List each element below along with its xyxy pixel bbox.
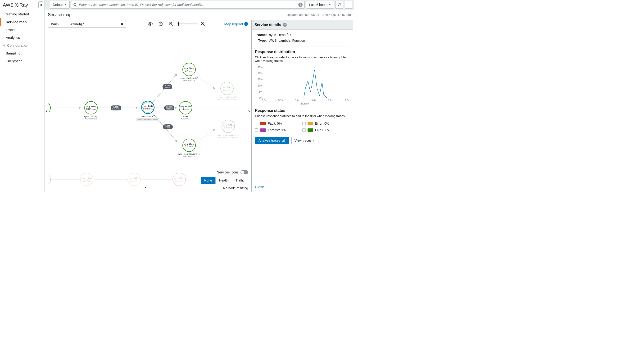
- sidebar-item-encryption[interactable]: Encryption: [0, 57, 44, 65]
- services-icons-label: Services Icons: [217, 170, 238, 174]
- edge-label: Ok 100%1 t/min: [162, 84, 172, 89]
- zoom-in-button[interactable]: [200, 21, 206, 27]
- details-header: Service details ?: [252, 20, 353, 30]
- svg-rect-44: [284, 139, 285, 142]
- service-node-faded[interactable]: avg. 290ms 0.7 t/min: [172, 173, 186, 186]
- zoom-in-icon: [200, 22, 205, 26]
- sidebar-item-getting-started[interactable]: Getting started: [0, 10, 44, 18]
- map-legend-link[interactable]: Map legend i: [224, 22, 248, 26]
- service-node-faded[interactable]: avg. 5.4s 1.0 t/min sync- checklist-fq7 …: [210, 82, 244, 100]
- svg-point-0: [74, 3, 76, 6]
- search-input-wrap[interactable]: ?: [71, 1, 305, 8]
- response-distribution-chart[interactable]: 0% 5% 10% 15% 20% 25% 5.0s 5.2s 5.4s 5.: [255, 65, 350, 105]
- view-traces-button[interactable]: View traces ›: [292, 137, 317, 144]
- filter-row: ✕: [44, 20, 252, 30]
- search-input[interactable]: [79, 3, 296, 7]
- service-node[interactable]: avg. 45ms 0.02 t/min sync- cron-fq7 AWS:…: [78, 101, 104, 120]
- service-node[interactable]: avg. 40ms 0.3 t/min sync- reconciliation…: [170, 138, 208, 157]
- color-swatch: [308, 128, 313, 132]
- checkbox[interactable]: [302, 128, 306, 132]
- svg-rect-42: [282, 141, 283, 142]
- svg-rect-43: [284, 140, 284, 142]
- svg-text:20%: 20%: [258, 72, 262, 75]
- sidebar-group-configuration[interactable]: − Configuration: [0, 42, 44, 49]
- service-node-faded[interactable]: avg. 995ms 0.7 t/min: [128, 173, 141, 186]
- service-node[interactable]: avg. 50ms 0.4 t/min sync- checklist-fq7 …: [172, 63, 206, 82]
- checkbox[interactable]: [255, 128, 258, 132]
- svg-text:15%: 15%: [258, 78, 262, 81]
- refresh-button[interactable]: [335, 1, 343, 8]
- zoom-slider[interactable]: [168, 21, 206, 27]
- zoom-out-icon: [169, 22, 174, 26]
- service-node[interactable]: avg. 117ms 4 t/min SSM AWS::SSM: [177, 101, 194, 120]
- search-icon: [73, 3, 77, 7]
- sidebar-item-traces[interactable]: Traces: [0, 26, 44, 34]
- center-button[interactable]: [158, 21, 164, 27]
- service-details-panel: Service details ? Name: sync- -cron-fq7 …: [252, 20, 353, 192]
- updated-timestamp: Updated on 2020-06-04 18:29:51 (UTC -07:…: [287, 13, 351, 16]
- timerange-dropdown[interactable]: Last 6 hours: [306, 1, 334, 8]
- edge-label: Ok 100%0.06 t/min: [111, 106, 121, 110]
- edge-label: Ok 100%0.06 t/min: [164, 106, 174, 110]
- status-throttle[interactable]: Throttle: 0%: [255, 128, 302, 132]
- topbar: Default ? Last 6 hours: [44, 0, 354, 10]
- chart-icon: [282, 139, 286, 142]
- sidebar: AWS X-Ray Getting started Service map Tr…: [0, 0, 44, 192]
- page-title: Service map: [48, 12, 72, 17]
- no-resize-label: No node resizing: [223, 186, 248, 190]
- response-status-title: Response status: [255, 108, 350, 113]
- status-ok[interactable]: OK: 100%: [302, 128, 350, 132]
- node-arc: [44, 173, 51, 186]
- clear-filter-button[interactable]: ✕: [120, 22, 124, 26]
- app-title: AWS X-Ray: [0, 2, 44, 10]
- chevron-right-icon: ›: [313, 138, 314, 142]
- svg-point-2: [150, 23, 151, 25]
- service-node-faded[interactable]: avg. 1.33s 0.7 t/min: [80, 173, 93, 186]
- zoom-out-button[interactable]: [168, 21, 174, 27]
- seg-none[interactable]: None: [201, 177, 216, 184]
- services-icons-toggle[interactable]: [240, 170, 248, 174]
- seg-health[interactable]: Health: [216, 177, 232, 184]
- service-node-selected[interactable]: avg. 5.65s 0.06 t/min sync- cron-fq7 AWS…: [134, 101, 161, 121]
- svg-text:5.4s: 5.4s: [295, 99, 300, 102]
- svg-text:25%: 25%: [258, 66, 262, 69]
- service-node-faded[interactable]: avg. 5.81s 0.9 t/min sync- reconciliatio…: [210, 120, 246, 138]
- svg-text:5.2s: 5.2s: [278, 99, 283, 102]
- analyze-traces-button[interactable]: Analyze traces: [255, 137, 289, 144]
- help-icon[interactable]: ?: [283, 23, 287, 27]
- edge-label: Ok 100%1 t/min: [163, 124, 173, 130]
- name-value: sync- -cron-fq7: [267, 33, 350, 37]
- svg-text:6.0s: 6.0s: [345, 99, 349, 102]
- caret-down-icon: [329, 4, 331, 5]
- resize-mode-segments: None Health Traffic: [201, 177, 248, 184]
- map-area: ✕: [44, 20, 252, 192]
- checkbox[interactable]: [255, 122, 258, 125]
- sidebar-item-service-map[interactable]: Service map: [0, 18, 44, 26]
- expand-down-button[interactable]: ⌄: [144, 184, 147, 188]
- checkbox[interactable]: [302, 122, 306, 125]
- node-arc[interactable]: [44, 101, 51, 114]
- filter-input-wrap[interactable]: ✕: [48, 20, 126, 28]
- service-map-canvas[interactable]: ‹ › avg. 45ms 0.02 t/min sync- cron-fq7 …: [44, 30, 252, 192]
- refresh-options-dropdown[interactable]: [345, 1, 353, 8]
- status-error[interactable]: Error: 0%: [302, 122, 350, 125]
- group-dropdown[interactable]: Default: [50, 1, 70, 8]
- svg-text:5.6s: 5.6s: [312, 99, 316, 102]
- seg-traffic[interactable]: Traffic: [232, 177, 248, 184]
- status-fault[interactable]: Fault: 0%: [255, 122, 302, 125]
- sidebar-item-sampling[interactable]: Sampling: [0, 49, 44, 57]
- close-button[interactable]: Close: [255, 185, 264, 189]
- sidebar-item-analytics[interactable]: Analytics: [0, 34, 44, 42]
- filter-input[interactable]: [50, 22, 120, 26]
- color-swatch: [308, 122, 313, 125]
- zoom-slider-track[interactable]: [176, 24, 198, 24]
- response-distribution-title: Response distribution: [255, 50, 350, 54]
- help-icon[interactable]: ?: [298, 2, 302, 7]
- scroll-right-button[interactable]: ›: [248, 108, 250, 114]
- eye-icon: [148, 21, 153, 26]
- svg-text:5%: 5%: [259, 90, 263, 93]
- info-icon: i: [244, 22, 248, 26]
- collapse-sidebar-button[interactable]: ◀: [38, 2, 43, 8]
- zoom-slider-thumb[interactable]: [178, 22, 179, 26]
- visibility-toggle[interactable]: [148, 21, 153, 27]
